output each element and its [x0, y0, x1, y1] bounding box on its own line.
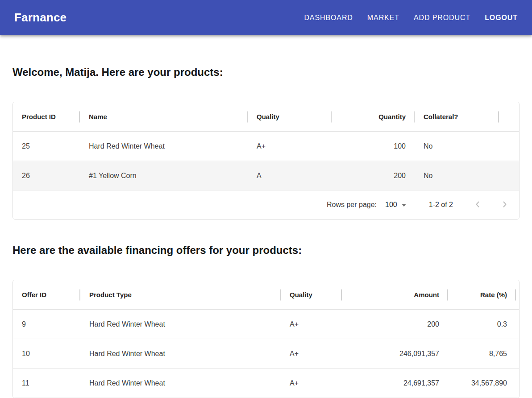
cell-offer-id: 11	[13, 369, 80, 398]
column-header-collateral: Collateral?	[415, 102, 499, 132]
table-row: 26#1 Yellow CornA200No	[13, 161, 520, 191]
row-spacer	[516, 369, 520, 398]
column-header-name: Name	[80, 102, 248, 132]
cell-amount: 246,091,357	[342, 339, 448, 369]
next-page-button[interactable]	[499, 199, 510, 210]
cell-product-id: 25	[13, 132, 80, 161]
cell-product-type: Hard Red Winter Wheat	[80, 310, 281, 339]
column-header-quantity: Quantity	[332, 102, 415, 132]
offers-table-body: 9Hard Red Winter WheatA+2000.310Hard Red…	[13, 310, 520, 398]
caret-down-icon	[402, 204, 406, 207]
offers-table: Offer IDProduct TypeQualityAmountRate (%…	[13, 280, 520, 398]
column-header-product-id: Product ID	[13, 102, 80, 132]
table-pagination: Rows per page: 100 1-2 of 2	[13, 191, 519, 219]
column-header-quality: Quality	[281, 280, 342, 310]
products-table: Product IDNameQualityQuantityCollateral?…	[13, 102, 520, 191]
cell-amount: 24,691,357	[342, 369, 448, 398]
chevron-right-icon	[499, 199, 510, 211]
column-header-amount: Amount	[342, 280, 448, 310]
header-spacer	[499, 102, 520, 132]
chevron-left-icon	[472, 199, 483, 211]
cell-name: Hard Red Winter Wheat	[80, 132, 248, 161]
cell-quantity: 200	[332, 161, 415, 191]
page-content: Welcome, Matija. Here are your products:…	[0, 66, 532, 398]
row-spacer	[499, 132, 520, 161]
table-row: 25Hard Red Winter WheatA+100No	[13, 132, 520, 161]
cell-amount: 200	[342, 310, 448, 339]
header-spacer	[516, 280, 520, 310]
navbar-links: DASHBOARD MARKET ADD PRODUCT LOGOUT	[304, 14, 518, 22]
cell-product-type: Hard Red Winter Wheat	[80, 369, 281, 398]
cell-collateral: No	[415, 161, 499, 191]
cell-collateral: No	[415, 132, 499, 161]
cell-product-type: Hard Red Winter Wheat	[80, 339, 281, 369]
offers-table-card: Offer IDProduct TypeQualityAmountRate (%…	[12, 280, 520, 398]
table-row: 10Hard Red Winter WheatA+246,091,3578,76…	[13, 339, 520, 369]
nav-item-add-product[interactable]: ADD PRODUCT	[414, 14, 470, 22]
rows-per-page-label: Rows per page:	[327, 201, 377, 209]
row-spacer	[516, 310, 520, 339]
table-row: 11Hard Red Winter WheatA+24,691,35734,56…	[13, 369, 520, 398]
offers-section-heading: Here are the available financing offers …	[12, 244, 520, 257]
column-header-product-type: Product Type	[80, 280, 281, 310]
row-spacer	[516, 339, 520, 369]
rows-per-page-select[interactable]: 100	[385, 201, 406, 209]
products-table-head: Product IDNameQualityQuantityCollateral?	[13, 102, 520, 132]
top-navbar: Farnance DASHBOARD MARKET ADD PRODUCT LO…	[0, 0, 532, 35]
brand-logo[interactable]: Farnance	[14, 11, 66, 25]
cell-quality: A+	[281, 339, 342, 369]
table-header-row: Product IDNameQualityQuantityCollateral?	[13, 102, 520, 132]
cell-name: #1 Yellow Corn	[80, 161, 248, 191]
products-section-heading: Welcome, Matija. Here are your products:	[12, 66, 520, 79]
previous-page-button[interactable]	[472, 199, 483, 210]
column-header-rate: Rate (%)	[448, 280, 516, 310]
column-header-quality: Quality	[248, 102, 332, 132]
cell-quality: A+	[248, 132, 332, 161]
cell-offer-id: 10	[13, 339, 80, 369]
nav-item-logout[interactable]: LOGOUT	[485, 14, 518, 22]
row-spacer	[499, 161, 520, 191]
rows-per-page-value: 100	[385, 201, 397, 209]
cell-rate: 8,765	[448, 339, 516, 369]
cell-rate: 34,567,890	[448, 369, 516, 398]
cell-quantity: 100	[332, 132, 415, 161]
table-row: 9Hard Red Winter WheatA+2000.3	[13, 310, 520, 339]
products-table-card: Product IDNameQualityQuantityCollateral?…	[12, 102, 520, 220]
nav-item-market[interactable]: MARKET	[367, 14, 399, 22]
column-header-offer-id: Offer ID	[13, 280, 80, 310]
cell-rate: 0.3	[448, 310, 516, 339]
cell-offer-id: 9	[13, 310, 80, 339]
pagination-range: 1-2 of 2	[429, 201, 453, 209]
cell-product-id: 26	[13, 161, 80, 191]
products-table-body: 25Hard Red Winter WheatA+100No26#1 Yello…	[13, 132, 520, 191]
cell-quality: A+	[281, 369, 342, 398]
offers-table-head: Offer IDProduct TypeQualityAmountRate (%…	[13, 280, 520, 310]
table-header-row: Offer IDProduct TypeQualityAmountRate (%…	[13, 280, 520, 310]
nav-item-dashboard[interactable]: DASHBOARD	[304, 14, 353, 22]
cell-quality: A+	[281, 310, 342, 339]
cell-quality: A	[248, 161, 332, 191]
